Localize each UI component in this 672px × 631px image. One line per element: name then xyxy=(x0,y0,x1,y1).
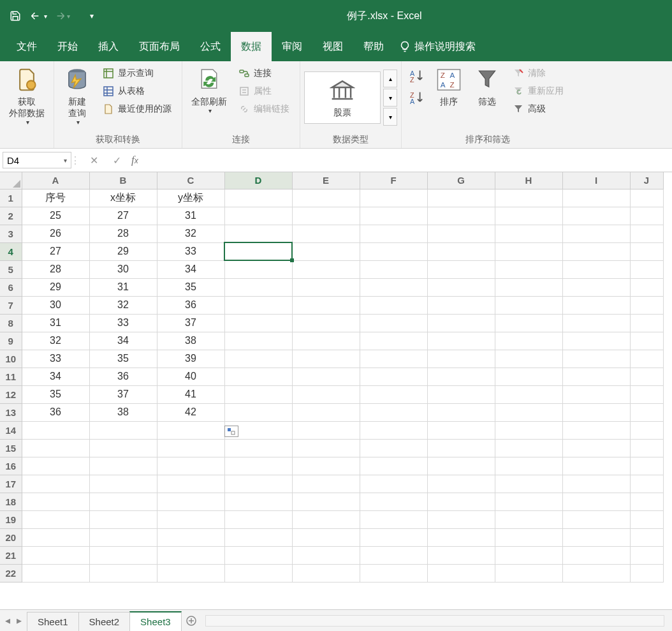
row-header[interactable]: 10 xyxy=(0,350,22,367)
cell[interactable] xyxy=(22,510,89,528)
cell[interactable]: 35 xyxy=(22,385,89,403)
cell[interactable] xyxy=(630,225,663,242)
cell[interactable] xyxy=(224,296,292,314)
cell[interactable] xyxy=(292,296,360,314)
row-header[interactable]: 13 xyxy=(0,403,22,421)
sort-desc-button[interactable]: ZA xyxy=(409,89,426,106)
cell[interactable] xyxy=(427,403,495,421)
cell[interactable] xyxy=(495,189,562,207)
cell[interactable]: 41 xyxy=(157,385,224,403)
cell[interactable] xyxy=(360,439,427,457)
cell[interactable] xyxy=(292,564,360,582)
ribbon-tab-insert[interactable]: 插入 xyxy=(88,32,129,61)
cell[interactable] xyxy=(562,493,630,510)
cell[interactable] xyxy=(89,493,157,510)
cell[interactable] xyxy=(630,385,663,403)
row-header[interactable]: 18 xyxy=(0,493,22,510)
row-header[interactable]: 3 xyxy=(0,225,22,242)
cell[interactable] xyxy=(360,510,427,528)
cell[interactable]: 28 xyxy=(89,225,157,242)
cell[interactable]: 28 xyxy=(22,260,89,278)
cell[interactable] xyxy=(89,475,157,493)
row-header[interactable]: 6 xyxy=(0,278,22,296)
cell[interactable] xyxy=(157,475,224,493)
cell[interactable] xyxy=(427,242,495,260)
cell[interactable] xyxy=(360,403,427,421)
column-header[interactable]: A xyxy=(22,172,89,189)
cell[interactable]: 34 xyxy=(157,260,224,278)
cell[interactable] xyxy=(360,189,427,207)
cell[interactable] xyxy=(495,385,562,403)
cell[interactable] xyxy=(292,421,360,439)
advanced-filter-button[interactable]: 高级 xyxy=(509,101,567,117)
cell[interactable] xyxy=(562,403,630,421)
show-queries-button[interactable]: 显示查询 xyxy=(99,65,175,82)
cell[interactable] xyxy=(89,546,157,564)
cell[interactable] xyxy=(427,225,495,242)
cell[interactable] xyxy=(292,546,360,564)
cell[interactable] xyxy=(427,457,495,475)
cell[interactable] xyxy=(630,510,663,528)
cell[interactable] xyxy=(562,564,630,582)
cell[interactable] xyxy=(360,350,427,367)
cell[interactable] xyxy=(157,457,224,475)
cell[interactable] xyxy=(360,457,427,475)
cell[interactable] xyxy=(495,421,562,439)
cell[interactable] xyxy=(495,278,562,296)
row-header[interactable]: 5 xyxy=(0,260,22,278)
cell[interactable] xyxy=(22,493,89,510)
ribbon-tab-data[interactable]: 数据 xyxy=(231,32,272,61)
cell[interactable] xyxy=(630,207,663,225)
cell[interactable] xyxy=(224,350,292,367)
cell[interactable] xyxy=(224,457,292,475)
column-header[interactable]: H xyxy=(495,172,562,189)
new-query-button[interactable]: 新建 查询 ▾ xyxy=(58,64,96,128)
refresh-all-button[interactable]: 全部刷新 ▾ xyxy=(186,64,232,117)
ribbon-tab-formulas[interactable]: 公式 xyxy=(190,32,231,61)
cell[interactable] xyxy=(224,403,292,421)
cell[interactable] xyxy=(292,493,360,510)
redo-button[interactable]: ▾ xyxy=(51,6,71,26)
row-header[interactable]: 8 xyxy=(0,314,22,332)
cell[interactable] xyxy=(22,528,89,546)
cell[interactable] xyxy=(292,314,360,332)
cell[interactable]: x坐标 xyxy=(89,189,157,207)
cell[interactable] xyxy=(562,260,630,278)
cell[interactable] xyxy=(427,385,495,403)
cell[interactable] xyxy=(495,493,562,510)
ribbon-tab-file[interactable]: 文件 xyxy=(6,32,47,61)
cell[interactable] xyxy=(495,439,562,457)
cell[interactable] xyxy=(89,439,157,457)
cell[interactable] xyxy=(495,546,562,564)
cell[interactable] xyxy=(427,421,495,439)
cell[interactable]: 31 xyxy=(157,207,224,225)
cell[interactable] xyxy=(292,207,360,225)
cell[interactable]: 34 xyxy=(22,367,89,385)
cell[interactable] xyxy=(22,564,89,582)
cell[interactable] xyxy=(562,350,630,367)
cell[interactable]: 32 xyxy=(22,332,89,350)
data-type-next-button[interactable]: ▾ xyxy=(383,89,397,107)
cell[interactable] xyxy=(360,314,427,332)
cell[interactable] xyxy=(427,296,495,314)
cell[interactable]: 33 xyxy=(22,350,89,367)
cell[interactable] xyxy=(157,546,224,564)
cell[interactable]: 30 xyxy=(22,296,89,314)
row-header[interactable]: 20 xyxy=(0,528,22,546)
row-header[interactable]: 14 xyxy=(0,421,22,439)
cell[interactable] xyxy=(630,367,663,385)
cell[interactable] xyxy=(22,546,89,564)
cell[interactable] xyxy=(224,493,292,510)
cell[interactable]: 40 xyxy=(157,367,224,385)
cell[interactable] xyxy=(630,528,663,546)
cell[interactable] xyxy=(427,350,495,367)
column-header[interactable]: J xyxy=(630,172,663,189)
cell[interactable] xyxy=(292,510,360,528)
cell[interactable] xyxy=(292,367,360,385)
row-header[interactable]: 17 xyxy=(0,475,22,493)
row-header[interactable]: 19 xyxy=(0,510,22,528)
cell[interactable] xyxy=(360,385,427,403)
cell[interactable] xyxy=(562,332,630,350)
cell[interactable] xyxy=(360,296,427,314)
cell[interactable]: 29 xyxy=(89,242,157,260)
